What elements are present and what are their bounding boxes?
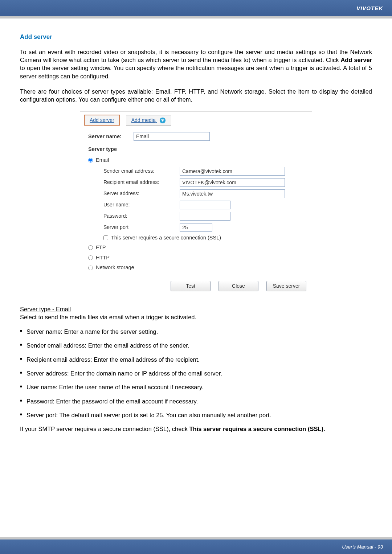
server-type-heading: Server type [88,146,304,153]
footer-text: User's Manual - 93 [342,544,383,550]
intro-paragraph-1: To set an event with recorded video or s… [20,48,372,80]
radio-ftp[interactable] [88,245,93,250]
footer-wrap: User's Manual - 93 [0,537,392,554]
closing-paragraph: If your SMTP server requires a secure co… [20,425,372,433]
radio-email-row: Email [88,157,304,164]
bullet-item: Server name: Enter a name for the server… [20,328,372,336]
intro1-post: to open the server setting window. You c… [20,65,372,79]
password-input[interactable] [180,212,230,221]
bullet-item: Server address: Enter the domain name or… [20,369,372,377]
server-address-label: Server address: [103,190,180,197]
closing-pre: If your SMTP server requires a secure co… [20,426,189,432]
bullet-item: Recipient email address: Enter the email… [20,356,372,364]
tab-add-server[interactable]: Add server [84,115,120,126]
dialog-body: Server name: Server type Email Sender em… [80,126,312,277]
closing-bold: This server requires a secure connection… [189,426,325,432]
recipient-input[interactable] [180,178,285,187]
bullet-item: Password: Enter the password of the emai… [20,397,372,405]
page-content: Add server To set an event with recorded… [0,19,392,433]
server-port-input[interactable] [180,223,212,232]
server-type-email-desc: Select to send the media files via email… [20,313,372,321]
email-fields: Sender email address: Recipient email ad… [103,167,304,232]
radio-ftp-row: FTP [88,244,304,251]
password-label: Password: [103,213,180,219]
radio-network-storage[interactable] [88,266,93,270]
radio-network-label: Network storage [96,264,134,271]
radio-http-label: HTTP [96,254,110,262]
intro-paragraph-2: There are four choices of server types a… [20,87,372,104]
server-address-input[interactable] [180,189,285,198]
radio-email-label: Email [96,157,109,164]
sender-label: Sender email address: [103,168,180,175]
server-port-label: Server port [103,224,180,231]
server-settings-dialog: Add server Add media Server name: Server… [80,111,312,296]
bullet-item: Sender email address: Enter the email ad… [20,341,372,349]
ssl-label: This server requires a secure connection… [111,234,221,242]
intro1-pre: To set an event with recorded video or s… [20,49,372,63]
username-label: User name: [103,201,180,208]
ssl-checkbox[interactable] [103,235,108,240]
recipient-label: Recipient email address: [103,179,180,186]
radio-email[interactable] [88,158,93,163]
close-button[interactable]: Close [219,281,258,291]
server-name-input[interactable] [134,132,210,141]
header-band: VIVOTEK [0,0,392,16]
test-button[interactable]: Test [171,281,211,291]
bullet-item: Server port: The default mail server por… [20,411,372,419]
tab-add-media-label: Add media [131,117,156,123]
section-title: Add server [20,33,372,41]
brand-label: VIVOTEK [356,5,383,11]
radio-http[interactable] [88,255,93,260]
save-server-button[interactable]: Save server [266,281,306,291]
footer-band: User's Manual - 93 [0,539,392,554]
username-input[interactable] [180,201,230,209]
intro1-bold: Add server [340,57,372,63]
bullet-item: User name: Enter the user name of the em… [20,383,372,391]
radio-network-row: Network storage [88,264,304,271]
ssl-row: This server requires a secure connection… [103,234,304,242]
field-bullets: Server name: Enter a name for the server… [20,328,372,419]
server-name-label: Server name: [88,133,134,140]
sender-input[interactable] [180,167,285,176]
server-type-email-heading: Server type - Email [20,305,372,313]
dialog-tabs: Add server Add media [80,112,312,126]
radio-ftp-label: FTP [96,244,106,251]
arrow-down-icon [159,117,166,124]
dialog-buttons: Test Close Save server [80,277,312,291]
radio-http-row: HTTP [88,254,304,262]
tab-add-media[interactable]: Add media [126,115,171,126]
